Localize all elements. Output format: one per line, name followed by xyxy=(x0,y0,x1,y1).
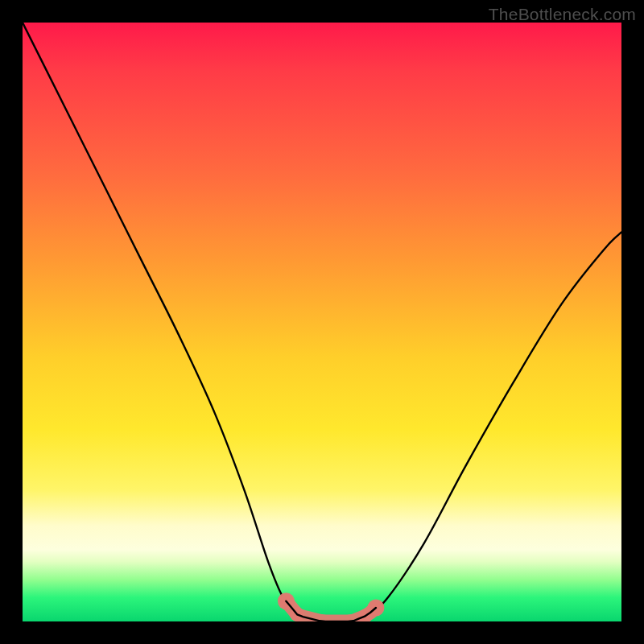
curve-layer xyxy=(23,23,621,621)
watermark-label: TheBottleneck.com xyxy=(489,5,636,24)
bottleneck-curve xyxy=(23,23,621,621)
plot-area xyxy=(23,23,621,621)
flat-marker xyxy=(278,592,385,621)
chart-frame: TheBottleneck.com xyxy=(0,0,644,644)
